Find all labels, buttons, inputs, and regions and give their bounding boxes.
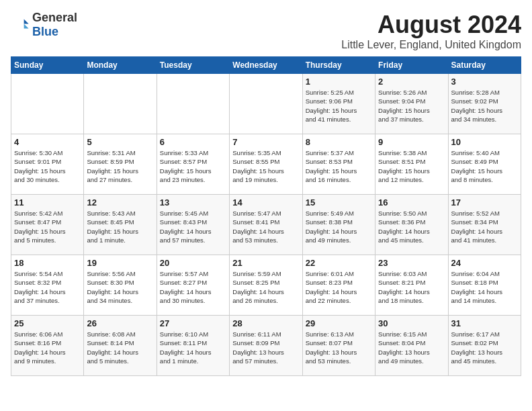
day-number: 27	[160, 318, 226, 328]
day-detail: Sunrise: 5:45 AM Sunset: 8:43 PM Dayligh…	[160, 209, 226, 244]
calendar-cell: 22Sunrise: 6:01 AM Sunset: 8:23 PM Dayli…	[302, 255, 375, 316]
day-number: 12	[87, 197, 153, 208]
calendar-cell: 14Sunrise: 5:47 AM Sunset: 8:41 PM Dayli…	[230, 195, 302, 255]
day-detail: Sunrise: 5:50 AM Sunset: 8:36 PM Dayligh…	[378, 209, 445, 244]
day-detail: Sunrise: 5:59 AM Sunset: 8:25 PM Dayligh…	[232, 269, 299, 305]
day-number: 8	[306, 137, 372, 147]
day-number: 13	[160, 197, 226, 208]
day-number: 17	[451, 197, 518, 208]
calendar-cell: 6Sunrise: 5:33 AM Sunset: 8:57 PM Daylig…	[157, 134, 229, 195]
calendar-cell: 16Sunrise: 5:50 AM Sunset: 8:36 PM Dayli…	[375, 195, 448, 255]
day-detail: Sunrise: 5:25 AM Sunset: 9:06 PM Dayligh…	[306, 88, 372, 124]
month-year-title: August 2024	[341, 11, 521, 39]
day-number: 20	[160, 258, 226, 268]
logo: General Blue	[11, 11, 77, 39]
day-detail: Sunrise: 5:31 AM Sunset: 8:59 PM Dayligh…	[87, 148, 153, 184]
day-detail: Sunrise: 5:47 AM Sunset: 8:41 PM Dayligh…	[232, 209, 299, 244]
day-detail: Sunrise: 5:35 AM Sunset: 8:55 PM Dayligh…	[232, 148, 299, 184]
day-detail: Sunrise: 5:42 AM Sunset: 8:47 PM Dayligh…	[14, 209, 81, 244]
day-of-week-header: Wednesday	[230, 57, 302, 74]
day-detail: Sunrise: 6:03 AM Sunset: 8:21 PM Dayligh…	[378, 269, 445, 305]
calendar-week-row: 18Sunrise: 5:54 AM Sunset: 8:32 PM Dayli…	[11, 255, 521, 316]
calendar-cell: 29Sunrise: 6:13 AM Sunset: 8:07 PM Dayli…	[302, 316, 375, 376]
day-detail: Sunrise: 5:43 AM Sunset: 8:45 PM Dayligh…	[87, 209, 153, 244]
calendar-cell: 19Sunrise: 5:56 AM Sunset: 8:30 PM Dayli…	[84, 255, 157, 316]
calendar-cell: 18Sunrise: 5:54 AM Sunset: 8:32 PM Dayli…	[11, 255, 84, 316]
calendar-cell: 3Sunrise: 5:28 AM Sunset: 9:02 PM Daylig…	[448, 74, 521, 134]
day-number: 6	[160, 137, 226, 147]
day-of-week-header: Thursday	[302, 57, 375, 74]
calendar-cell: 24Sunrise: 6:04 AM Sunset: 8:18 PM Dayli…	[448, 255, 521, 316]
calendar-cell: 13Sunrise: 5:45 AM Sunset: 8:43 PM Dayli…	[157, 195, 229, 255]
calendar-cell	[84, 74, 157, 134]
calendar-week-row: 25Sunrise: 6:06 AM Sunset: 8:16 PM Dayli…	[11, 316, 521, 376]
day-detail: Sunrise: 6:17 AM Sunset: 8:02 PM Dayligh…	[451, 330, 518, 365]
day-number: 21	[232, 258, 299, 268]
day-header-row: SundayMondayTuesdayWednesdayThursdayFrid…	[11, 57, 521, 74]
calendar-cell: 21Sunrise: 5:59 AM Sunset: 8:25 PM Dayli…	[230, 255, 302, 316]
day-number: 19	[87, 258, 153, 268]
calendar-week-row: 1Sunrise: 5:25 AM Sunset: 9:06 PM Daylig…	[11, 74, 521, 134]
calendar-cell: 10Sunrise: 5:40 AM Sunset: 8:49 PM Dayli…	[448, 134, 521, 195]
day-number: 10	[451, 137, 518, 147]
day-detail: Sunrise: 6:13 AM Sunset: 8:07 PM Dayligh…	[306, 330, 372, 365]
day-number: 14	[232, 197, 299, 208]
day-detail: Sunrise: 5:38 AM Sunset: 8:51 PM Dayligh…	[378, 148, 445, 184]
calendar-cell: 11Sunrise: 5:42 AM Sunset: 8:47 PM Dayli…	[11, 195, 84, 255]
day-number: 5	[87, 137, 153, 147]
day-number: 24	[451, 258, 518, 268]
day-of-week-header: Saturday	[448, 57, 521, 74]
calendar-cell: 2Sunrise: 5:26 AM Sunset: 9:04 PM Daylig…	[375, 74, 448, 134]
day-detail: Sunrise: 6:06 AM Sunset: 8:16 PM Dayligh…	[14, 330, 81, 365]
calendar-cell: 1Sunrise: 5:25 AM Sunset: 9:06 PM Daylig…	[302, 74, 375, 134]
day-number: 25	[14, 318, 81, 328]
day-number: 22	[306, 258, 372, 268]
day-number: 28	[232, 318, 299, 328]
location-subtitle: Little Lever, England, United Kingdom	[341, 39, 521, 51]
calendar-week-row: 11Sunrise: 5:42 AM Sunset: 8:47 PM Dayli…	[11, 195, 521, 255]
day-detail: Sunrise: 5:33 AM Sunset: 8:57 PM Dayligh…	[160, 148, 226, 184]
calendar-cell: 25Sunrise: 6:06 AM Sunset: 8:16 PM Dayli…	[11, 316, 84, 376]
calendar-cell: 30Sunrise: 6:15 AM Sunset: 8:04 PM Dayli…	[375, 316, 448, 376]
day-detail: Sunrise: 5:56 AM Sunset: 8:30 PM Dayligh…	[87, 269, 153, 305]
day-detail: Sunrise: 5:37 AM Sunset: 8:53 PM Dayligh…	[306, 148, 372, 184]
day-number: 9	[378, 137, 445, 147]
calendar-cell: 4Sunrise: 5:30 AM Sunset: 9:01 PM Daylig…	[11, 134, 84, 195]
calendar-cell	[230, 74, 302, 134]
day-number: 26	[87, 318, 153, 328]
day-detail: Sunrise: 6:04 AM Sunset: 8:18 PM Dayligh…	[451, 269, 518, 305]
day-detail: Sunrise: 6:11 AM Sunset: 8:09 PM Dayligh…	[232, 330, 299, 365]
calendar-cell: 12Sunrise: 5:43 AM Sunset: 8:45 PM Dayli…	[84, 195, 157, 255]
svg-marker-1	[24, 24, 29, 29]
calendar-cell: 5Sunrise: 5:31 AM Sunset: 8:59 PM Daylig…	[84, 134, 157, 195]
day-number: 11	[14, 197, 81, 208]
logo-general-text: General	[32, 11, 77, 24]
day-detail: Sunrise: 5:49 AM Sunset: 8:38 PM Dayligh…	[306, 209, 372, 244]
day-detail: Sunrise: 5:26 AM Sunset: 9:04 PM Dayligh…	[378, 88, 445, 124]
day-detail: Sunrise: 5:30 AM Sunset: 9:01 PM Dayligh…	[14, 148, 81, 184]
day-number: 30	[378, 318, 445, 328]
calendar-cell: 31Sunrise: 6:17 AM Sunset: 8:02 PM Dayli…	[448, 316, 521, 376]
calendar-cell: 28Sunrise: 6:11 AM Sunset: 8:09 PM Dayli…	[230, 316, 302, 376]
title-block: August 2024 Little Lever, England, Unite…	[341, 11, 521, 51]
day-number: 18	[14, 258, 81, 268]
day-of-week-header: Tuesday	[157, 57, 229, 74]
calendar-cell: 8Sunrise: 5:37 AM Sunset: 8:53 PM Daylig…	[302, 134, 375, 195]
day-detail: Sunrise: 5:54 AM Sunset: 8:32 PM Dayligh…	[14, 269, 81, 305]
day-of-week-header: Monday	[84, 57, 157, 74]
day-number: 29	[306, 318, 372, 328]
day-of-week-header: Friday	[375, 57, 448, 74]
day-detail: Sunrise: 5:40 AM Sunset: 8:49 PM Dayligh…	[451, 148, 518, 184]
day-number: 23	[378, 258, 445, 268]
day-number: 7	[232, 137, 299, 147]
calendar-cell: 26Sunrise: 6:08 AM Sunset: 8:14 PM Dayli…	[84, 316, 157, 376]
calendar-cell	[157, 74, 229, 134]
logo-blue-text: Blue	[32, 25, 58, 38]
day-number: 4	[14, 137, 81, 147]
day-detail: Sunrise: 6:10 AM Sunset: 8:11 PM Dayligh…	[160, 330, 226, 365]
day-number: 2	[378, 77, 445, 87]
calendar-table: SundayMondayTuesdayWednesdayThursdayFrid…	[11, 56, 521, 376]
page-header: General Blue August 2024 Little Lever, E…	[11, 11, 521, 51]
day-number: 15	[306, 197, 372, 208]
day-number: 1	[306, 77, 372, 87]
